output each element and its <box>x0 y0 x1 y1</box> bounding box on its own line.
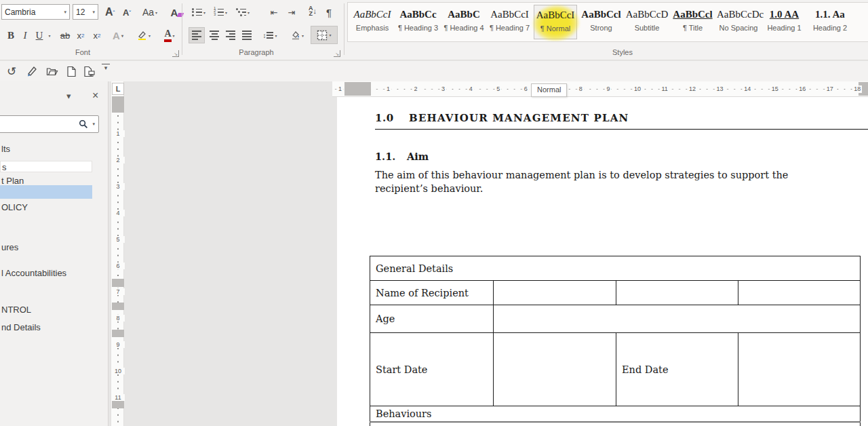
table-cell-name-of-recipient[interactable]: Name of Recipient <box>370 281 494 305</box>
more-commands-icon[interactable]: ▾ <box>102 64 110 71</box>
line-spacing-button[interactable]: ↕ ▾ <box>259 27 281 43</box>
paragraph-dialog-launcher[interactable] <box>334 50 340 57</box>
redo-icon[interactable]: ↺ <box>4 64 19 79</box>
nav-item[interactable]: OLICY <box>0 201 28 214</box>
style-chip-heading4[interactable]: AaBbC¶ Heading 4 <box>442 5 486 39</box>
table-cell-start-date[interactable]: Start Date <box>370 333 494 406</box>
bullets-button[interactable]: ▾ <box>189 4 209 20</box>
font-name-combo[interactable]: Cambria ▾ <box>1 4 70 20</box>
nav-item[interactable]: nd Details <box>0 322 41 334</box>
print-preview-icon[interactable] <box>81 64 96 79</box>
ruler-number: 9 <box>111 341 125 348</box>
borders-button[interactable]: ▾ <box>311 26 338 44</box>
align-right-button[interactable] <box>222 27 239 43</box>
table-row-marker[interactable] <box>112 330 124 337</box>
font-dialog-launcher[interactable] <box>172 50 179 57</box>
justify-button[interactable] <box>239 27 255 43</box>
heading-2-title: Aim <box>407 151 429 162</box>
table-cell-empty[interactable] <box>738 333 861 406</box>
text-effects-button[interactable]: A▾ <box>108 27 127 43</box>
style-chip-nospacing[interactable]: AaBbCcDcNo Spacing <box>717 5 760 39</box>
search-options-chevron-icon[interactable]: ▾ <box>88 121 98 127</box>
vertical-ruler[interactable]: L 1234567891011 <box>111 81 124 426</box>
underline-dropdown[interactable]: ▾ <box>45 27 53 43</box>
style-chip-strong[interactable]: AaBbCclStrong <box>580 5 623 39</box>
style-label: Subtitle <box>625 24 669 32</box>
nav-search-box[interactable]: ▾ <box>0 115 99 133</box>
style-chip-sub[interactable]: AaSub <box>854 5 868 39</box>
nav-item-selected[interactable] <box>0 185 92 199</box>
multilevel-list-button[interactable]: ▾ <box>232 4 254 20</box>
increase-indent-button[interactable]: ⇥ <box>283 4 300 20</box>
change-case-button[interactable]: Aa ▾ <box>138 4 161 20</box>
bold-button[interactable]: B <box>4 27 18 43</box>
align-left-button[interactable] <box>189 27 205 43</box>
table-row: Behaviours <box>370 406 861 422</box>
table-cell-empty[interactable] <box>370 422 861 426</box>
ruler-number: 1 <box>337 85 343 93</box>
font-color-button[interactable]: A▾ <box>159 27 180 43</box>
tab-stop-selector[interactable]: L <box>112 83 124 95</box>
horizontal-ruler[interactable]: 1 123456789101112131415161718 <box>332 81 868 97</box>
table-row-marker[interactable] <box>112 401 124 408</box>
nav-item[interactable]: ures <box>0 241 18 254</box>
align-center-icon <box>210 31 219 40</box>
table-cell-empty[interactable] <box>738 281 861 305</box>
clear-formatting-button[interactable]: A <box>165 4 183 20</box>
show-paragraph-marks-button[interactable]: ¶ <box>321 4 336 20</box>
close-icon[interactable]: × <box>92 90 98 102</box>
strikethrough-button[interactable]: ab <box>57 27 73 43</box>
table-cell-empty[interactable] <box>616 281 738 305</box>
style-chip-heading7[interactable]: AaBbCcI¶ Heading 7 <box>488 5 532 39</box>
shrink-font-button[interactable]: Aˇ <box>119 4 134 20</box>
style-chip-heading3[interactable]: AaBbCc¶ Heading 3 <box>397 5 440 39</box>
table-cell-empty[interactable] <box>494 281 616 305</box>
nav-item[interactable]: lts <box>0 143 10 155</box>
numbering-button[interactable]: ▾ <box>210 4 231 20</box>
superscript-button[interactable]: x2 <box>90 27 104 43</box>
ruler-number: 13 <box>715 85 725 93</box>
table-cell-empty[interactable] <box>494 305 861 333</box>
decrease-indent-button[interactable]: ⇤ <box>266 4 282 20</box>
draw-pen-icon[interactable] <box>24 64 39 79</box>
italic-button[interactable]: I <box>19 27 31 43</box>
font-size-combo[interactable]: 12 ▾ <box>73 4 98 20</box>
new-document-icon[interactable] <box>64 64 79 79</box>
table-cell-empty[interactable] <box>494 333 616 406</box>
general-details-table[interactable]: General DetailsName of RecipientAgeStart… <box>370 256 861 426</box>
style-label: Heading 2 <box>808 24 852 32</box>
nav-item[interactable]: NTROL <box>0 304 31 316</box>
search-icon[interactable] <box>79 119 88 129</box>
shading-button[interactable]: ▾ <box>286 27 308 43</box>
style-sample: AaBbCcDc <box>717 9 760 20</box>
grow-font-button[interactable]: Aˆ <box>102 4 118 20</box>
chevron-down-icon[interactable]: ▾ <box>64 9 66 15</box>
table-cell-end-date[interactable]: End Date <box>616 333 738 406</box>
text-highlight-button[interactable]: ▾ <box>133 27 155 43</box>
style-sample: AaBbCcl <box>580 9 623 20</box>
style-chip-emphasis[interactable]: AaBbCcIEmphasis <box>351 5 394 39</box>
document-page[interactable]: 1.0BEHAVIOUR MANAGEMENT PLAN 1.1.Aim The… <box>337 97 868 426</box>
style-chip-subtitle[interactable]: AaBbCcDSubtitle <box>625 5 669 39</box>
subscript-button[interactable]: x2 <box>73 27 88 43</box>
underline-button[interactable]: U <box>33 27 46 43</box>
ruler-number: 5 <box>111 236 125 243</box>
nav-item[interactable]: l Accountabilities <box>0 267 66 279</box>
ruler-number: 6 <box>523 85 529 93</box>
table-cell-age[interactable]: Age <box>370 305 494 333</box>
style-chip-title[interactable]: AaBbCcl¶ Title <box>671 5 715 39</box>
sort-button[interactable]: AZ↓ <box>304 3 321 19</box>
open-folder-icon[interactable] <box>45 64 60 79</box>
table-row-marker[interactable] <box>112 303 124 310</box>
table-cell-general-details[interactable]: General Details <box>370 256 861 281</box>
style-chip-heading2[interactable]: 1.1. AaHeading 2 <box>808 5 852 39</box>
table-row-marker[interactable] <box>112 279 124 287</box>
align-center-button[interactable] <box>206 27 222 43</box>
chevron-down-icon[interactable]: ▾ <box>92 9 95 15</box>
style-chip-heading1[interactable]: 1.0 AAHeading 1 <box>763 5 806 39</box>
nav-item[interactable]: s <box>0 161 92 172</box>
table-cell-behaviours[interactable]: Behaviours <box>370 406 861 422</box>
clear-formatting-icon: A <box>171 7 178 18</box>
style-chip-normal[interactable]: AaBbCcI¶ Normal <box>534 5 577 39</box>
nav-options-chevron-icon[interactable]: ▾ <box>66 91 71 101</box>
